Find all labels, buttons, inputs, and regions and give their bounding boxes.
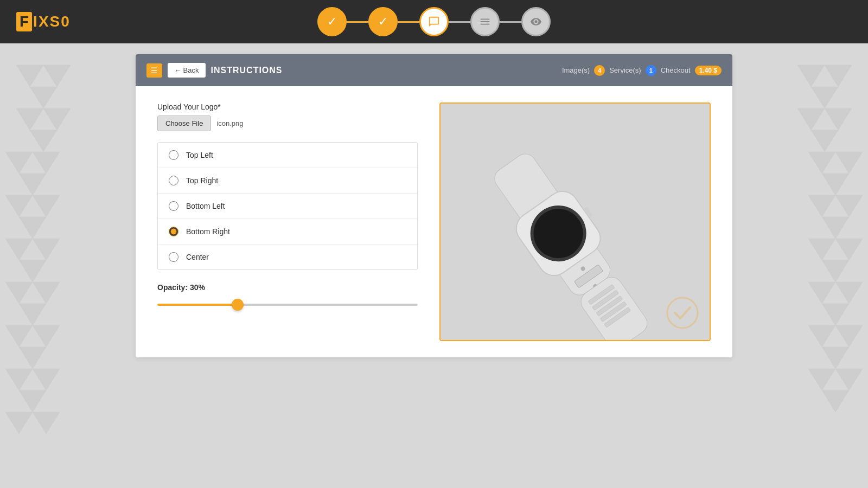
logo-box: F bbox=[16, 12, 32, 31]
svg-marker-22 bbox=[5, 369, 33, 390]
checkout-label: Checkout bbox=[661, 66, 691, 74]
image-preview bbox=[439, 102, 711, 341]
radio-center[interactable] bbox=[169, 252, 178, 262]
radio-bottom-left[interactable] bbox=[169, 201, 178, 211]
card-header-right: Image(s) 4 Service(s) 1 Checkout 1.40 $ bbox=[562, 65, 722, 76]
svg-marker-25 bbox=[5, 412, 33, 434]
svg-marker-50 bbox=[822, 390, 849, 412]
stepper: ✓ ✓ bbox=[317, 7, 551, 36]
watermark-overlay bbox=[666, 297, 699, 329]
option-top-left[interactable]: Top Left bbox=[158, 143, 417, 168]
step-1[interactable]: ✓ bbox=[317, 7, 347, 36]
opacity-label: Opacity: 30% bbox=[157, 283, 418, 292]
label-top-left: Top Left bbox=[186, 151, 213, 159]
svg-marker-23 bbox=[33, 369, 60, 390]
step-line-2 bbox=[398, 21, 419, 23]
choose-file-button[interactable]: Choose File bbox=[157, 115, 211, 131]
step-line-1 bbox=[347, 21, 368, 23]
card-header: ☰ ← Back INSTRUCTIONS Image(s) 4 Service… bbox=[136, 54, 732, 86]
opacity-slider-container bbox=[157, 298, 418, 308]
content-card: ☰ ← Back INSTRUCTIONS Image(s) 4 Service… bbox=[136, 54, 732, 357]
header: F IXS0 ✓ ✓ bbox=[0, 0, 868, 43]
left-panel: Upload Your Logo* Choose File icon.png T… bbox=[157, 102, 418, 341]
card-body: Upload Your Logo* Choose File icon.png T… bbox=[136, 86, 732, 357]
step-2[interactable]: ✓ bbox=[368, 7, 398, 36]
svg-marker-48 bbox=[808, 369, 835, 390]
step-line-3 bbox=[449, 21, 470, 23]
right-panel bbox=[439, 102, 711, 341]
option-center[interactable]: Center bbox=[158, 245, 417, 269]
step-3[interactable] bbox=[419, 7, 449, 36]
logo-text: IXS0 bbox=[33, 13, 71, 30]
main-wrapper: ☰ ← Back INSTRUCTIONS Image(s) 4 Service… bbox=[0, 43, 868, 368]
option-bottom-left[interactable]: Bottom Left bbox=[158, 194, 417, 219]
upload-label: Upload Your Logo* bbox=[157, 102, 418, 111]
svg-point-69 bbox=[667, 298, 698, 328]
svg-marker-24 bbox=[19, 390, 46, 412]
radio-top-left[interactable] bbox=[169, 150, 178, 160]
services-label: Service(s) bbox=[609, 66, 641, 74]
images-badge: 4 bbox=[594, 65, 605, 76]
svg-marker-26 bbox=[33, 412, 60, 434]
step-line-4 bbox=[500, 21, 521, 23]
services-badge: 1 bbox=[646, 65, 656, 76]
step-4[interactable] bbox=[470, 7, 500, 36]
svg-marker-49 bbox=[835, 369, 863, 390]
label-top-right: Top Right bbox=[186, 176, 218, 185]
position-radio-group: Top Left Top Right Bottom Left Bottom Ri… bbox=[157, 142, 418, 270]
label-center: Center bbox=[186, 253, 209, 261]
hamburger-button[interactable]: ☰ bbox=[146, 63, 162, 78]
upload-row: Choose File icon.png bbox=[157, 115, 418, 131]
file-name-display: icon.png bbox=[216, 119, 243, 127]
opacity-slider[interactable] bbox=[157, 304, 418, 306]
back-button[interactable]: ← Back bbox=[168, 63, 206, 78]
option-bottom-right[interactable]: Bottom Right bbox=[158, 219, 417, 245]
label-bottom-left: Bottom Left bbox=[186, 202, 225, 210]
checkout-price-badge: 1.40 $ bbox=[695, 66, 722, 75]
images-label: Image(s) bbox=[562, 66, 590, 74]
card-header-left: ☰ ← Back INSTRUCTIONS bbox=[146, 63, 283, 78]
logo: F IXS0 bbox=[16, 12, 71, 31]
radio-bottom-right[interactable] bbox=[169, 227, 178, 236]
label-bottom-right: Bottom Right bbox=[186, 227, 230, 236]
radio-top-right[interactable] bbox=[169, 176, 178, 185]
option-top-right[interactable]: Top Right bbox=[158, 168, 417, 194]
step-5[interactable] bbox=[521, 7, 551, 36]
page-title: INSTRUCTIONS bbox=[211, 66, 283, 75]
